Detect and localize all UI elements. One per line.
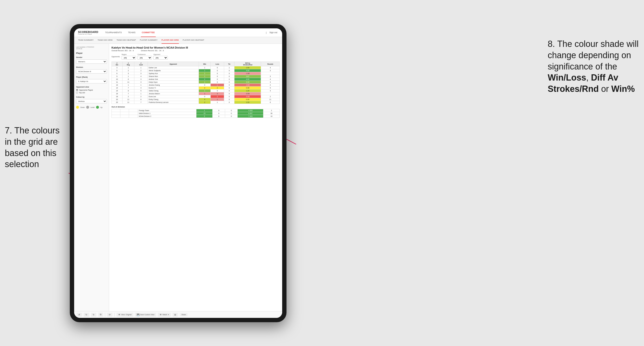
gender-select[interactable]: Women's <box>76 59 107 64</box>
cell-reg: 11 <box>122 81 134 84</box>
cell-div <box>112 109 120 112</box>
cell-div: 13 <box>112 84 122 87</box>
undo-button[interactable]: ↺ <box>76 313 82 317</box>
cell-diff: -3.00 <box>234 84 261 87</box>
redo2-button[interactable]: ↻ <box>91 313 96 317</box>
region-filter-select[interactable]: (All) <box>122 56 136 60</box>
main-content: Last Updated: 27/03/2024 16:55:38 Player… <box>74 44 282 311</box>
sub-nav-team-h2h-grid[interactable]: TEAM H2H GRID <box>98 37 113 44</box>
logo: SCOREBOARD Powered by clippd <box>78 30 98 35</box>
cell-opponent: Esther Lee <box>148 66 199 69</box>
cell-tie: 0 <box>224 78 234 81</box>
col-diff: Diff AvStrokes/Rnd <box>234 62 261 66</box>
cell-diff: 9.267 <box>238 112 264 115</box>
left-annotation-text: 7. The colours in the grid are based on … <box>5 126 60 169</box>
sub-nav-team-h2h-heatmap[interactable]: TEAM H2H HEATMAP <box>116 37 136 44</box>
sub-nav-player-h2h-grid[interactable]: PLAYER H2H GRID <box>162 37 179 44</box>
cell-reg: 7 <box>122 87 134 89</box>
cell-rounds <box>261 92 280 95</box>
radio-opponents-played[interactable]: Opponents Played <box>76 89 107 91</box>
view-original-button[interactable]: 👁 View: Original <box>116 313 133 317</box>
share-button[interactable]: Share <box>180 313 188 316</box>
table-row: 3 1 1 Esther Lee 1 0 1 1.50 4 <box>112 66 280 69</box>
cell-conf: 5 <box>134 89 148 92</box>
nav-right: | Sign out <box>266 28 278 37</box>
colour-by-select[interactable]: Win/loss <box>76 99 107 103</box>
left-panel: Last Updated: 27/03/2024 16:55:38 Player… <box>74 44 109 311</box>
cell-conf <box>129 112 138 115</box>
nav-item-committee[interactable]: COMMITTEE <box>141 28 156 37</box>
cell-reg: 3 <box>122 72 134 75</box>
division-select[interactable]: NCAA Division III <box>76 69 107 74</box>
overall-record: Overall Record: 353 - 34 - 6 <box>112 49 134 52</box>
col-conf: #Conf <box>134 62 148 66</box>
sub-nav-player-summary[interactable]: PLAYER SUMMARY <box>140 37 158 44</box>
table-row: Foreign Team 1 0 0 4.500 2 <box>112 109 280 112</box>
cell-div: 10 <box>112 78 122 81</box>
cell-opponent: Alexis Sudjianto <box>148 69 199 72</box>
cell-win: 0 <box>199 84 211 87</box>
cell-opponent: Sharon Mun <box>148 75 199 78</box>
cell-tie: 0 <box>224 81 234 84</box>
sub-nav-team-summary[interactable]: TEAM SUMMARY <box>78 37 94 44</box>
save-custom-button[interactable]: 💾 Save Custom View <box>135 313 156 317</box>
out-of-division-header: Out of division <box>112 106 280 108</box>
cell-tie: 0 <box>224 69 234 72</box>
sign-out-button[interactable]: Sign out <box>268 28 278 37</box>
watch-button[interactable]: 👁 Watch ▾ <box>158 313 171 317</box>
cell-conf: 6 <box>134 98 148 101</box>
cell-conf: 1 <box>134 66 148 69</box>
opponent-filter-select[interactable]: (All) <box>153 56 168 60</box>
table-row: NAIA Division 1 15 0 0 9.267 30 <box>112 112 280 115</box>
nav-bar: SCOREBOARD Powered by clippd TOURNAMENTS… <box>74 28 282 37</box>
refresh-button[interactable]: ⟳ <box>107 313 112 317</box>
cell-loss: 0 <box>211 72 224 75</box>
cell-opponent: Eunice Yi <box>148 87 199 89</box>
region-filter-label: Region <box>122 54 136 55</box>
cell-opponent: Euna Lee <box>148 95 199 98</box>
table-row: 5 2 2 Alexis Sudjianto 1 0 0 4.00 3 <box>112 69 280 72</box>
layout-button[interactable]: ⊞ <box>172 313 178 317</box>
cell-reg: 8 <box>122 89 134 92</box>
col-win: Win <box>199 62 211 66</box>
cell-div: 20 <box>112 98 122 101</box>
cell-loss: 0 <box>211 69 224 72</box>
cell-diff: 3.33 <box>234 81 261 84</box>
cell-loss: 2 <box>211 95 224 98</box>
cell-tie: 0 <box>224 89 234 92</box>
cell-name: Foreign Team <box>138 109 196 112</box>
table-row: 13 1 1 Jessica Huang 0 1 0 -3.00 2 <box>112 84 280 87</box>
radio-top100[interactable]: Top 100 <box>76 92 107 94</box>
tablet-screen: SCOREBOARD Powered by clippd TOURNAMENTS… <box>74 28 282 318</box>
cell-loss: 0 <box>212 115 225 118</box>
col-reg: #Reg <box>122 62 134 66</box>
redo-button[interactable]: ↻ <box>84 313 89 317</box>
cell-diff: -1.00 <box>234 72 261 75</box>
sub-nav-player-h2h-heatmap[interactable]: PLAYER H2H HEATMAP <box>183 37 204 44</box>
cell-loss: 0 <box>211 81 224 84</box>
cell-conf: 7 <box>134 101 148 104</box>
cell-conf: 3 <box>134 78 148 81</box>
cell-div: 14 <box>112 87 122 89</box>
player-rank-section: Player (Rank) 8. Katelyn Vo <box>76 76 107 83</box>
legend-level-label: Level <box>90 107 94 108</box>
table-row: 14 7 4 Eunice Yi 2 2 0 0.38 9 <box>112 87 280 89</box>
cell-diff: 3.67 <box>234 75 261 78</box>
conference-filter-select[interactable]: (All) <box>138 56 152 60</box>
table-row: 10 6 3 Andrea York 2 0 0 4.00 4 <box>112 78 280 81</box>
division-section: Division NCAA Division III <box>76 66 107 74</box>
cell-diff: 1.33 <box>234 101 261 104</box>
copy-button[interactable]: ⧉ <box>98 313 103 317</box>
opponent-view-section: Opponent view Opponents Played Top 100 <box>76 86 107 94</box>
cell-rounds: 2 <box>264 109 280 112</box>
cell-tie: 1 <box>224 66 234 69</box>
cell-loss: 0 <box>212 109 225 112</box>
cell-rounds <box>261 72 280 75</box>
cell-rounds: 3 <box>261 69 280 72</box>
legend-up-dot <box>96 106 99 109</box>
player-rank-select[interactable]: 8. Katelyn Vo <box>76 79 107 83</box>
nav-item-teams[interactable]: TEAMS <box>127 28 136 37</box>
cell-win: 1 <box>199 89 211 92</box>
cell-diff: 4.00 <box>234 78 261 81</box>
nav-item-tournaments[interactable]: TOURNAMENTS <box>104 28 122 37</box>
